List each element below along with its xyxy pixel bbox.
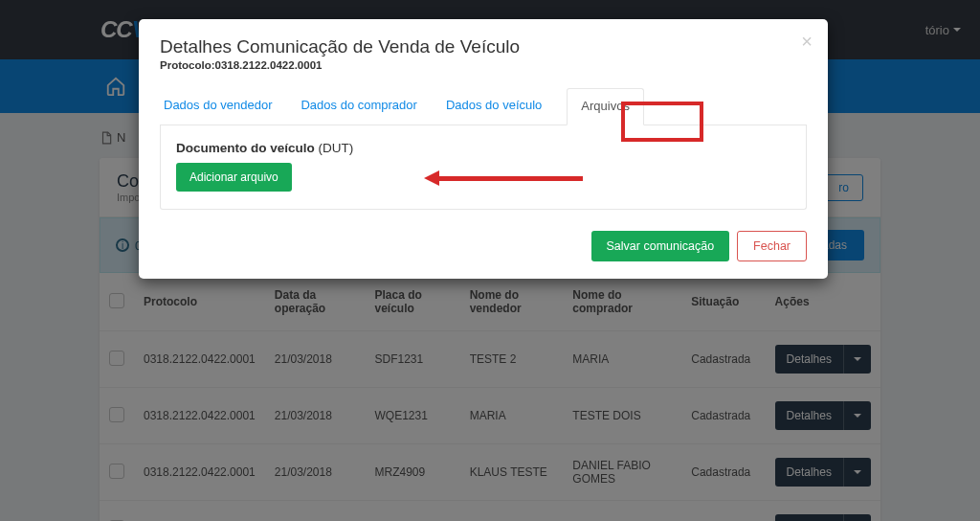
- add-file-button[interactable]: Adicionar arquivo: [176, 163, 292, 192]
- document-heading-strong: Documento do veículo: [176, 141, 315, 155]
- tab-vendedor[interactable]: Dados do vendedor: [160, 88, 276, 125]
- modal-subtitle: Protocolo:0318.2122.0422.0001: [160, 59, 807, 71]
- close-modal-button[interactable]: Fechar: [737, 231, 807, 261]
- tab-veiculo[interactable]: Dados do veículo: [442, 88, 546, 125]
- modal-subtitle-label: Protocolo:: [160, 59, 215, 71]
- modal-subtitle-value: 0318.2122.0422.0001: [215, 59, 323, 71]
- modal-footer: Salvar comunicação Fechar: [160, 231, 807, 261]
- tab-arquivos[interactable]: Arquivos: [567, 88, 644, 125]
- tab-comprador[interactable]: Dados do comprador: [297, 88, 420, 125]
- details-modal: × Detalhes Comunicação de Venda de Veícu…: [139, 19, 828, 279]
- modal-tabs: Dados do vendedor Dados do comprador Dad…: [160, 88, 807, 125]
- save-communication-button[interactable]: Salvar comunicação: [591, 231, 730, 261]
- close-icon[interactable]: ×: [801, 31, 813, 53]
- modal-title: Detalhes Comunicação de Venda de Veículo: [160, 36, 807, 57]
- tab-panel-arquivos: Documento do veículo (DUT) Adicionar arq…: [160, 125, 807, 210]
- document-heading-light: (DUT): [319, 141, 354, 155]
- document-section-heading: Documento do veículo (DUT): [176, 141, 791, 155]
